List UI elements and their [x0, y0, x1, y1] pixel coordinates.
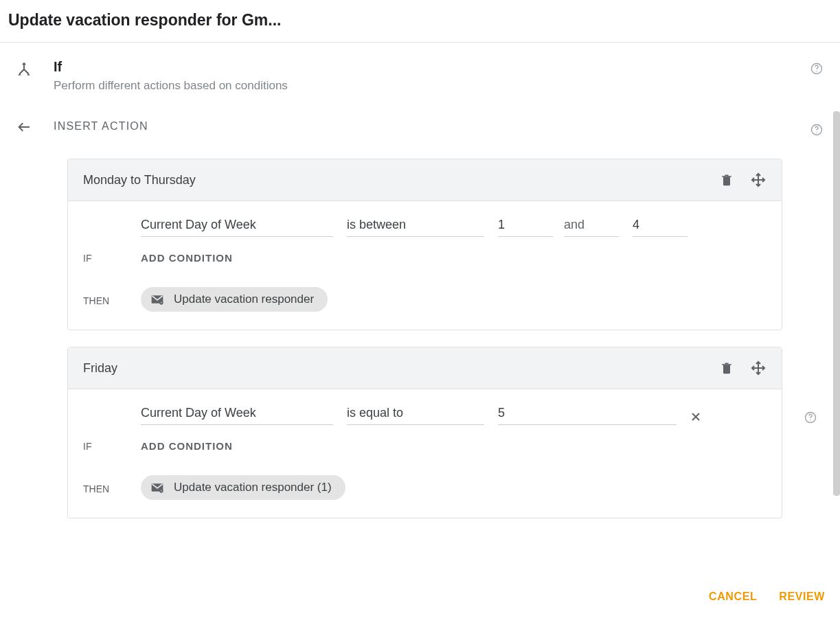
move-icon[interactable]: [750, 172, 767, 188]
scrollbar-thumb[interactable]: [833, 111, 840, 496]
svg-point-6: [816, 132, 817, 133]
condition-and-text: [564, 215, 619, 237]
branch-card-monday-thursday: Monday to Thursday: [67, 159, 782, 330]
then-action-chip[interactable]: Update vacation responder: [141, 287, 328, 312]
if-block-title: If: [54, 59, 782, 75]
if-label: IF: [83, 438, 122, 452]
mail-icon: [149, 481, 166, 494]
trash-icon[interactable]: [720, 172, 734, 187]
trash-icon[interactable]: [720, 360, 734, 376]
footer-bar: CANCEL REVIEW: [0, 575, 840, 618]
condition-operator-input[interactable]: [347, 403, 484, 425]
add-condition-button[interactable]: ADD CONDITION: [141, 440, 767, 452]
condition-subject-input[interactable]: [141, 403, 333, 425]
condition-value2-input[interactable]: [633, 215, 688, 237]
chip-label: Update vacation responder (1): [174, 481, 332, 494]
add-condition-button[interactable]: ADD CONDITION: [141, 252, 767, 264]
page-title-text: Update vacation responder for Gm...: [8, 11, 281, 29]
branch-card-friday: Friday: [67, 347, 782, 518]
svg-point-10: [810, 420, 810, 420]
condition-operator-input[interactable]: [347, 215, 484, 237]
help-icon[interactable]: [804, 411, 817, 424]
main-scroll[interactable]: If Perform different actions based on co…: [0, 43, 840, 575]
branch-icon: [15, 60, 33, 78]
if-label: IF: [83, 250, 122, 264]
insert-action-button[interactable]: INSERT ACTION: [54, 120, 782, 133]
mail-icon: [149, 293, 166, 306]
review-button[interactable]: REVIEW: [779, 591, 825, 603]
svg-point-0: [23, 62, 25, 65]
then-action-chip[interactable]: Update vacation responder (1): [141, 475, 345, 500]
condition-subject-input[interactable]: [141, 215, 333, 237]
help-icon[interactable]: [810, 123, 824, 137]
move-icon[interactable]: [750, 360, 767, 376]
branch-title: Monday to Thursday: [83, 173, 196, 187]
then-label: THEN: [83, 481, 122, 494]
close-icon[interactable]: [689, 410, 703, 424]
arrow-left-icon[interactable]: [16, 119, 32, 135]
chip-label: Update vacation responder: [174, 293, 314, 306]
page-title: Update vacation responder for Gm...: [0, 0, 840, 43]
branch-title: Friday: [83, 361, 117, 376]
if-block-subtitle: Perform different actions based on condi…: [54, 79, 782, 93]
help-icon[interactable]: [810, 62, 824, 76]
svg-point-4: [816, 71, 817, 71]
condition-value1-input[interactable]: [498, 215, 553, 237]
condition-value1-input[interactable]: [498, 403, 677, 425]
cancel-button[interactable]: CANCEL: [709, 591, 757, 603]
then-label: THEN: [83, 293, 122, 306]
